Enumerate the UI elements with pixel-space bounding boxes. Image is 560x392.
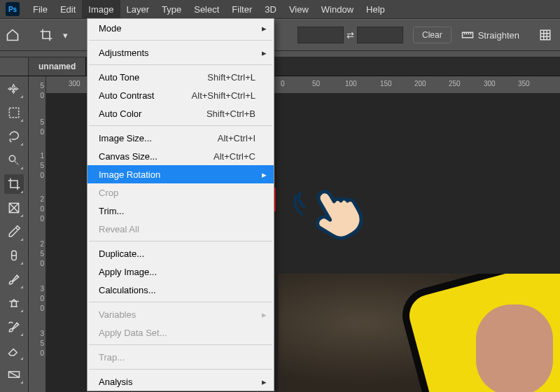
menu-item-analysis[interactable]: Analysis	[88, 372, 274, 391]
ruler-tick: 350	[518, 80, 530, 88]
dropdown-caret-icon[interactable]: ▾	[63, 30, 68, 41]
menu-item-trim[interactable]: Trim...	[88, 202, 274, 220]
ruler-tick: 300	[69, 80, 80, 88]
ruler-tick: 150	[380, 80, 392, 88]
menu-item-shortcut: Alt+Ctrl+C	[214, 151, 255, 162]
menu-item-image-size[interactable]: Image Size...Alt+Ctrl+I	[88, 129, 274, 147]
menu-item-mode[interactable]: Mode	[88, 19, 274, 37]
gradient-tool[interactable]	[4, 365, 24, 384]
straighten-button[interactable]: Straighten	[461, 30, 519, 41]
crop-preset-icon[interactable]	[39, 26, 53, 44]
ruler-tick: 200	[414, 80, 426, 88]
straighten-label: Straighten	[478, 30, 519, 41]
ratio-width-input[interactable]	[298, 27, 344, 43]
menu-item-label: Calculations...	[99, 285, 156, 295]
menu-filter[interactable]: Filter	[225, 0, 258, 18]
menu-item-variables: Variables	[88, 305, 274, 323]
image-menu-dropdown: ModeAdjustmentsAuto ToneShift+Ctrl+LAuto…	[87, 18, 274, 391]
history-brush-tool[interactable]	[4, 317, 24, 337]
menu-separator	[89, 302, 272, 302]
ruler-tick: 0	[30, 92, 44, 99]
ruler-tick: 5	[30, 82, 44, 90]
svg-point-3	[9, 155, 15, 161]
menu-edit[interactable]: Edit	[54, 0, 82, 18]
menu-item-apply-image[interactable]: Apply Image...	[88, 262, 274, 281]
menu-separator	[89, 344, 272, 345]
ruler-tick: 0	[30, 172, 44, 179]
menu-separator	[89, 64, 272, 65]
menu-item-adjustments[interactable]: Adjustments	[88, 43, 274, 62]
menu-item-shortcut: Shift+Ctrl+B	[206, 108, 255, 119]
menu-item-calculations[interactable]: Calculations...	[88, 281, 274, 299]
move-tool[interactable]	[4, 79, 24, 99]
menu-bar: Ps FileEditImageLayerTypeSelectFilter3DV…	[0, 0, 560, 19]
menu-item-label: Trim...	[99, 206, 124, 216]
ruler-tick: 50	[312, 80, 320, 88]
menu-separator	[89, 241, 272, 241]
ruler-tick: 300	[484, 80, 496, 88]
menu-item-label: Analysis	[99, 377, 132, 387]
menu-item-crop: Crop	[88, 183, 274, 202]
menu-item-image-rotation[interactable]: Image Rotation	[88, 165, 274, 183]
menu-window[interactable]: Window	[315, 0, 360, 18]
menu-select[interactable]: Select	[188, 0, 225, 18]
menu-item-duplicate[interactable]: Duplicate...	[88, 244, 274, 262]
menu-help[interactable]: Help	[360, 0, 391, 18]
ratio-height-input[interactable]	[357, 27, 403, 43]
menu-item-shortcut: Alt+Ctrl+I	[218, 133, 255, 144]
ruler-tick: 100	[345, 80, 357, 88]
crop-tool[interactable]	[4, 174, 24, 194]
menu-item-shortcut: Shift+Ctrl+L	[207, 72, 255, 83]
clone-stamp-tool[interactable]	[4, 293, 24, 313]
menu-item-label: Adjustments	[99, 48, 149, 58]
ruler-tick: 0	[30, 205, 44, 213]
ruler-tick: 5	[30, 250, 44, 258]
ruler-tick: 3	[30, 285, 44, 293]
vertical-ruler: 5050150200250300350	[29, 76, 46, 392]
ruler-tick: 0	[30, 295, 44, 302]
brush-tool[interactable]	[4, 270, 24, 289]
straighten-icon	[461, 30, 474, 40]
eraser-tool[interactable]	[4, 341, 24, 360]
ruler-tick: 0	[30, 304, 44, 312]
marquee-tool[interactable]	[4, 103, 24, 122]
menu-view[interactable]: View	[283, 0, 315, 18]
ruler-tick: 5	[30, 340, 44, 347]
menu-item-label: Auto Tone	[99, 72, 139, 83]
ruler-tick: 0	[30, 128, 44, 136]
home-icon[interactable]	[6, 26, 20, 44]
eyedropper-tool[interactable]	[4, 222, 24, 241]
menu-item-auto-tone[interactable]: Auto ToneShift+Ctrl+L	[88, 68, 274, 86]
svg-rect-2	[9, 108, 18, 117]
document-tab-row: unnamed	[0, 57, 560, 76]
healing-brush-tool[interactable]	[4, 246, 24, 265]
menu-item-label: Image Rotation	[99, 169, 160, 180]
menu-image[interactable]: Image	[82, 0, 120, 18]
menu-3d[interactable]: 3D	[258, 0, 283, 18]
menu-item-canvas-size[interactable]: Canvas Size...Alt+Ctrl+C	[88, 147, 274, 165]
menu-item-auto-color[interactable]: Auto ColorShift+Ctrl+B	[88, 104, 274, 122]
tutorial-pointer-icon	[290, 165, 368, 242]
menu-layer[interactable]: Layer	[120, 0, 156, 18]
clear-button[interactable]: Clear	[413, 27, 451, 43]
ruler-tick: 5	[30, 162, 44, 169]
lasso-tool[interactable]	[4, 127, 24, 146]
menu-item-label: Apply Data Set...	[99, 328, 167, 338]
ruler-tick: 0	[30, 215, 44, 223]
ruler-tick: 0	[30, 260, 44, 267]
document-tab[interactable]: unnamed	[29, 57, 86, 76]
grid-icon[interactable]	[539, 26, 552, 44]
quick-select-tool[interactable]	[4, 150, 24, 170]
menu-item-label: Mode	[99, 23, 122, 34]
menu-item-auto-contrast[interactable]: Auto ContrastAlt+Shift+Ctrl+L	[88, 86, 274, 104]
menu-type[interactable]: Type	[155, 0, 188, 18]
menu-file[interactable]: File	[27, 0, 54, 18]
menu-item-label: Crop	[99, 188, 118, 198]
swap-icon[interactable]: ⇄	[346, 30, 354, 41]
menu-separator	[89, 40, 272, 41]
menu-item-label: Apply Image...	[99, 267, 157, 277]
ruler-tick: 0	[281, 80, 285, 88]
menu-item-label: Canvas Size...	[99, 151, 158, 162]
ratio-field: ⇄	[298, 27, 403, 43]
frame-tool[interactable]	[4, 198, 24, 218]
